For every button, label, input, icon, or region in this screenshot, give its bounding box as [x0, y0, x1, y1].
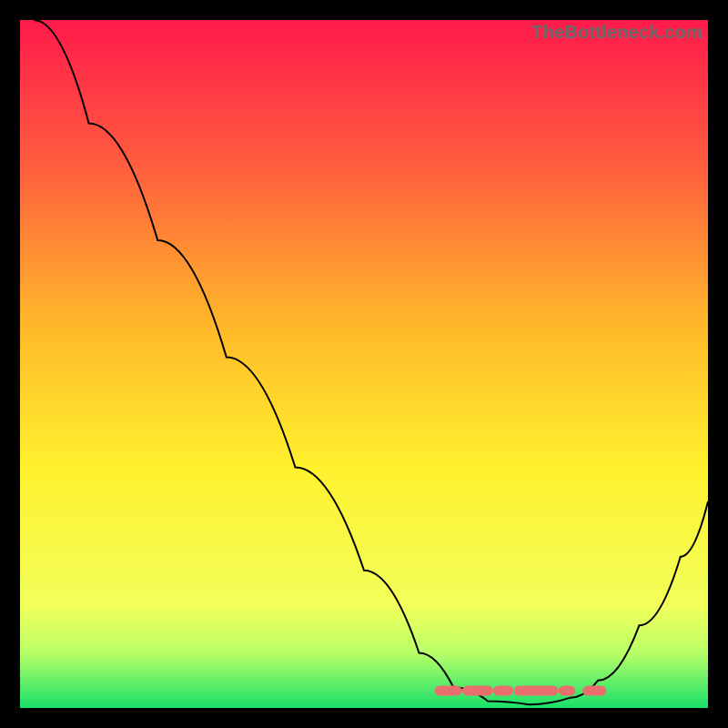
chart-frame: TheBottleneck.com	[20, 20, 708, 708]
chart-svg	[20, 20, 708, 708]
watermark-text: TheBottleneck.com	[531, 22, 703, 43]
gradient-background	[20, 20, 708, 708]
